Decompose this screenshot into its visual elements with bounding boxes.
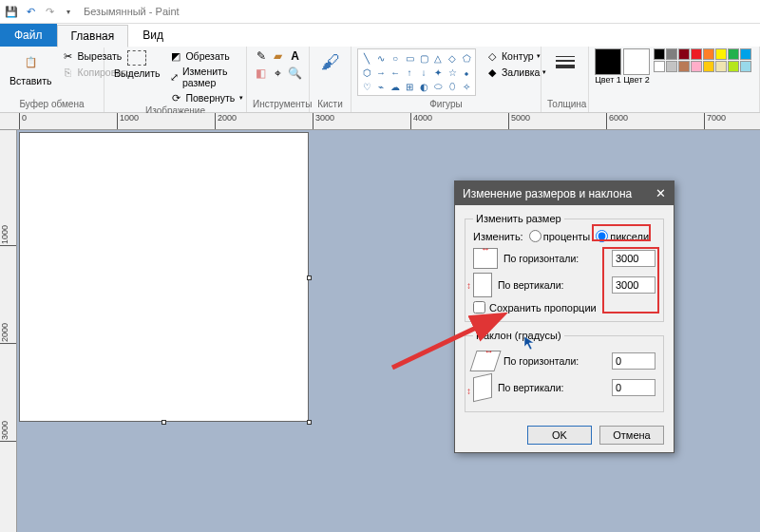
group-thickness: Толщина <box>542 47 589 112</box>
cursor-icon <box>523 335 539 351</box>
redo-icon[interactable]: ↷ <box>42 4 57 19</box>
paste-label: Вставить <box>10 75 52 86</box>
resize-handle-se[interactable] <box>307 420 312 425</box>
tools-grid: ✎ ▰ A ◧ ⌖ 🔍 <box>254 48 303 81</box>
paste-icon: 📋 <box>19 50 42 73</box>
skew-fieldset: Наклон (градусы) ↔ По горизонтали: ↕ По … <box>465 330 664 412</box>
select-icon <box>127 50 146 66</box>
ribbon-tabs: Файл Главная Вид <box>0 24 760 47</box>
tab-view[interactable]: Вид <box>128 24 178 47</box>
fill-icon: ◆ <box>485 66 499 79</box>
select-button[interactable]: Выделить <box>110 48 163 81</box>
tab-file[interactable]: Файл <box>0 24 57 47</box>
undo-icon[interactable]: ↶ <box>23 4 38 19</box>
paste-button[interactable]: 📋 Вставить <box>6 48 56 88</box>
vertical-icon: ↕ <box>473 273 492 297</box>
color-palette[interactable] <box>654 48 751 72</box>
fill-button[interactable]: ◆Заливка▾ <box>484 65 548 80</box>
palette-swatch[interactable] <box>740 48 751 60</box>
horizontal-icon: ↔ <box>473 248 498 269</box>
outline-icon: ◇ <box>485 49 499 63</box>
palette-swatch[interactable] <box>654 48 665 60</box>
group-colors: Цвет 1 Цвет 2 <box>589 47 760 112</box>
dialog-title: Изменение размеров и наклона <box>463 187 632 200</box>
palette-swatch[interactable] <box>715 61 727 72</box>
resize-icon: ⤢ <box>169 70 180 84</box>
group-image: Выделить ◩Обрезать ⤢Изменить размер ⟳Пов… <box>104 47 247 112</box>
picker-icon[interactable]: ⌖ <box>271 66 286 81</box>
crop-button[interactable]: ◩Обрезать <box>167 48 245 64</box>
radio-percent[interactable]: проценты <box>529 230 591 242</box>
quick-access-toolbar: 💾 ↶ ↷ ▾ <box>4 4 76 19</box>
window-title: Безымянный - Paint <box>84 6 180 17</box>
horizontal-input[interactable] <box>612 250 656 267</box>
skew-h-icon: ↔ <box>469 351 501 371</box>
radio-pixels[interactable]: пиксели <box>596 230 649 242</box>
keep-aspect-checkbox[interactable] <box>473 301 485 314</box>
resize-handle-s[interactable] <box>162 420 166 425</box>
vertical-input[interactable] <box>612 276 656 294</box>
palette-swatch[interactable] <box>666 48 677 60</box>
dropdown-icon[interactable]: ▾ <box>61 4 76 19</box>
thickness-button[interactable] <box>550 48 580 75</box>
palette-swatch[interactable] <box>678 61 690 72</box>
ruler-horizontal: 01000200030004000500060007000 <box>0 113 760 130</box>
save-icon[interactable]: 💾 <box>4 4 19 19</box>
shapes-gallery[interactable]: ╲∿○▭▢△◇⬠ ⬡→←↑↓✦☆⬥ ♡⌁☁⊞◐⬭⬯✧ <box>357 48 476 96</box>
svg-marker-2 <box>524 336 534 350</box>
ruler-vertical: 100020003000 <box>0 130 17 532</box>
palette-swatch[interactable] <box>691 61 702 72</box>
brush-icon: 🖌 <box>319 50 342 73</box>
palette-swatch[interactable] <box>691 48 702 60</box>
title-bar: 💾 ↶ ↷ ▾ Безымянный - Paint <box>0 0 760 24</box>
palette-swatch[interactable] <box>728 48 739 60</box>
palette-swatch[interactable] <box>654 61 665 72</box>
brushes-button[interactable]: 🖌 <box>315 48 346 75</box>
palette-swatch[interactable] <box>678 48 690 60</box>
close-icon[interactable]: ✕ <box>656 186 666 200</box>
copy-icon: ⎘ <box>62 66 75 79</box>
skew-h-input[interactable] <box>612 352 656 370</box>
skew-v-icon: ↕ <box>473 373 492 402</box>
color-1[interactable] <box>595 48 621 75</box>
ok-button[interactable]: OK <box>527 426 592 445</box>
rotate-icon: ⟳ <box>169 91 182 104</box>
palette-swatch[interactable] <box>728 61 739 72</box>
palette-swatch[interactable] <box>715 48 727 60</box>
palette-swatch[interactable] <box>703 48 714 60</box>
skew-v-input[interactable] <box>612 379 656 396</box>
chevron-down-icon: ▾ <box>239 94 243 102</box>
resize-fieldset: Изменить размер Изменить: проценты пиксе… <box>465 213 664 322</box>
resize-handle-e[interactable] <box>307 276 312 280</box>
group-tools: ✎ ▰ A ◧ ⌖ 🔍 Инструменты <box>247 47 310 112</box>
cut-icon: ✂ <box>62 49 75 63</box>
line-shape-icon: ╲ <box>360 51 373 65</box>
canvas[interactable] <box>19 132 309 422</box>
group-clipboard: 📋 Вставить ✂Вырезать ⎘Копировать Буфер о… <box>0 47 104 112</box>
bucket-icon[interactable]: ▰ <box>271 48 286 64</box>
palette-swatch[interactable] <box>740 61 751 72</box>
outline-button[interactable]: ◇Контур▾ <box>484 48 548 64</box>
zoom-icon[interactable]: 🔍 <box>288 66 303 81</box>
palette-swatch[interactable] <box>666 61 677 72</box>
crop-icon: ◩ <box>169 49 182 63</box>
resize-dialog: Изменение размеров и наклона ✕ Изменить … <box>454 180 674 453</box>
chevron-down-icon: ▾ <box>537 52 541 60</box>
pencil-icon[interactable]: ✎ <box>254 48 269 64</box>
resize-button[interactable]: ⤢Изменить размер <box>167 65 245 89</box>
text-icon[interactable]: A <box>288 48 303 64</box>
clipboard-label: Буфер обмена <box>6 99 98 110</box>
cancel-button[interactable]: Отмена <box>599 426 664 445</box>
tab-home[interactable]: Главная <box>57 25 129 48</box>
eraser-icon[interactable]: ◧ <box>254 66 269 81</box>
palette-swatch[interactable] <box>703 61 714 72</box>
thickness-icon <box>554 50 577 73</box>
ribbon: 📋 Вставить ✂Вырезать ⎘Копировать Буфер о… <box>0 47 760 113</box>
group-shapes: ╲∿○▭▢△◇⬠ ⬡→←↑↓✦☆⬥ ♡⌁☁⊞◐⬭⬯✧ ◇Контур▾ ◆Зал… <box>352 47 542 112</box>
group-brushes: 🖌 Кисти <box>310 47 352 112</box>
color-2[interactable] <box>623 48 650 75</box>
rotate-button[interactable]: ⟳Повернуть▾ <box>167 90 245 105</box>
dialog-titlebar[interactable]: Изменение размеров и наклона ✕ <box>455 181 674 205</box>
